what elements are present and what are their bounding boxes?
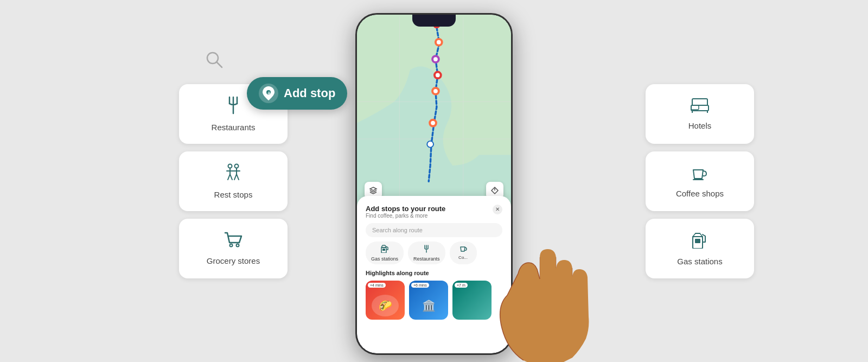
card-grocery-stores[interactable]: Grocery stores [179,219,288,278]
sheet-close-button[interactable]: ✕ [493,205,502,214]
highlights-title: Highlights along route [366,270,502,276]
map-background [357,15,511,210]
bed-icon [690,98,710,117]
category-gas-stations[interactable]: Gas stations [366,242,404,264]
search-along-route-input[interactable]: Search along route [366,223,502,237]
fork-icon-chip [422,244,431,255]
map-svg [357,15,511,210]
svg-rect-59 [695,239,700,243]
svg-point-29 [437,40,441,44]
svg-text:+: + [267,90,271,96]
bottom-sheet: Add stops to your route Find coffee, par… [357,196,511,353]
sheet-header: Add stops to your route Find coffee, par… [366,205,502,219]
card-coffee-shops[interactable]: Coffee shops [646,151,754,211]
card-gas-stations-label: Gas stations [677,257,722,266]
gas-icon-chip [381,244,388,255]
card-rest-stops[interactable]: Rest stops [179,151,288,211]
category-coffee[interactable]: Co... [450,242,477,264]
highlight-card-2[interactable]: +6 mins 🏛️ [409,281,448,320]
highlight-card-3[interactable]: +7 m [452,281,492,320]
search-icon-area [203,49,226,74]
card-rest-stops-label: Rest stops [214,190,253,199]
svg-line-8 [228,174,230,180]
svg-line-13 [234,174,237,180]
svg-point-17 [237,244,239,246]
cart-icon [224,232,242,252]
sheet-subtitle: Find coffee, parks & more [366,213,445,219]
person-icon [224,163,243,186]
sheet-title-group: Add stops to your route Find coffee, par… [366,205,445,219]
gas-pump-icon [691,231,709,252]
category-restaurants-label: Restaurants [413,256,440,262]
svg-point-11 [235,164,239,168]
left-panel: Restaurants Rest stops [179,84,288,278]
time-badge-2: +6 mins [411,283,429,288]
highlights-row: +4 mins 🌮 +6 mins 🏛️ +7 m [366,281,502,320]
add-stop-label: Add stop [284,86,335,100]
phone-wrapper: + Add stop [355,13,513,355]
card-coffee-shops-label: Coffee shops [676,189,724,198]
card-hotels-label: Hotels [688,121,712,130]
card-restaurants-label: Restaurants [212,123,256,132]
category-coffee-label: Co... [458,255,468,260]
svg-point-16 [230,244,233,246]
phone-screen: Add stops to your route Find coffee, par… [357,15,511,353]
svg-rect-53 [691,105,699,110]
add-stop-bubble[interactable]: + Add stop [247,77,347,110]
category-gas-label: Gas stations [371,256,398,262]
time-badge-1: +4 mins [368,283,386,288]
svg-point-35 [433,88,438,93]
main-scene: Restaurants Rest stops [0,0,868,362]
sheet-title: Add stops to your route [366,205,445,213]
card-gas-stations[interactable]: Gas stations [646,219,754,278]
svg-line-1 [216,62,222,67]
phone-notch [412,15,456,27]
svg-point-37 [431,120,435,125]
svg-point-33 [436,73,440,77]
coffee-icon [691,164,709,185]
svg-point-31 [433,57,438,61]
card-hotels[interactable]: Hotels [646,84,754,144]
right-panel: Hotels Coffee shops [646,84,754,278]
fork-icon [225,96,241,118]
category-row: Gas stations [366,242,502,264]
svg-line-9 [230,174,232,180]
category-restaurants[interactable]: Restaurants [408,242,445,264]
search-icon[interactable] [203,49,226,72]
add-stop-pin-icon: + [259,84,278,103]
svg-line-14 [237,174,239,180]
highlight-card-1[interactable]: +4 mins 🌮 [366,281,405,320]
time-badge-3: +7 m [455,283,468,288]
phone: Add stops to your route Find coffee, par… [355,13,513,355]
svg-point-38 [427,141,433,147]
svg-point-6 [228,164,232,168]
map-area [357,15,511,210]
card-grocery-stores-label: Grocery stores [207,256,260,265]
svg-rect-40 [382,249,385,251]
coffee-icon-chip [459,244,467,253]
